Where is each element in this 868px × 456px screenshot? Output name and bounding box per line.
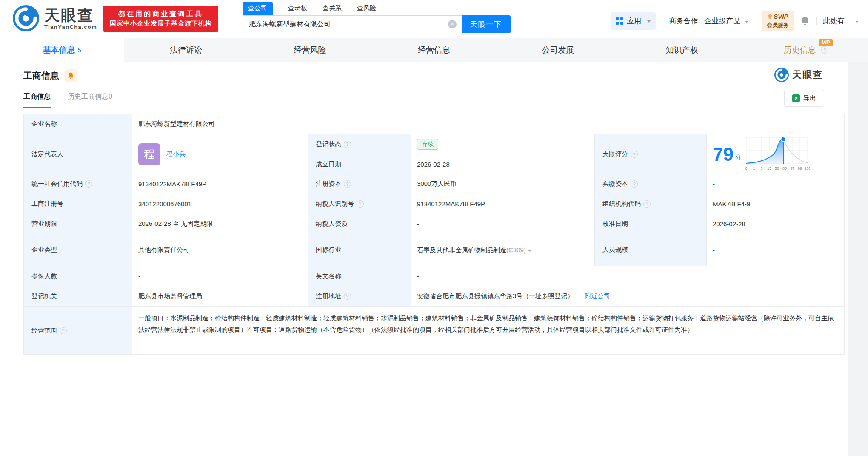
svip-member-badge[interactable]: ♛SVIP 会员服务 xyxy=(762,11,794,31)
field-label: 营业期限 xyxy=(24,214,132,234)
field-label-cell: 组织机构代码 ? xyxy=(595,194,707,214)
watermark-text: 天眼查 xyxy=(792,68,823,81)
score-marker-pin-head xyxy=(781,137,785,142)
brand-domain: TianYanCha.com xyxy=(44,24,97,30)
vip-badge: VIP xyxy=(819,39,833,46)
nearby-companies-link[interactable]: 附近公司 xyxy=(585,292,610,300)
legal-rep-link[interactable]: 程小兵 xyxy=(166,150,186,158)
menu-enterprise-products[interactable]: 企业级产品 xyxy=(704,16,748,26)
export-label: 导出 xyxy=(803,94,816,103)
help-icon[interactable]: ? xyxy=(631,180,638,188)
nav-tab-label: 法律诉讼 xyxy=(170,45,202,56)
field-label-cell: 纳税人识别号 ? xyxy=(308,194,411,214)
help-icon[interactable]: ? xyxy=(344,141,351,148)
avatar[interactable]: 程 xyxy=(138,143,160,165)
svg-text:99: 99 xyxy=(798,166,802,171)
help-icon[interactable]: ? xyxy=(643,200,651,208)
search-tab-risk[interactable]: 查风险 xyxy=(357,4,376,15)
search-tab-company[interactable]: 查公司 xyxy=(243,2,273,15)
export-button[interactable]: X 导出 xyxy=(784,90,824,107)
menu-business-cooperation[interactable]: 商务合作 xyxy=(669,16,698,26)
field-label: 登记状态 xyxy=(316,140,341,148)
svg-text:1: 1 xyxy=(753,166,755,171)
subtabs: 工商信息 历史工商信息0 xyxy=(23,92,112,108)
score-cell[interactable]: 79 分 xyxy=(707,134,845,174)
nav-tab-label: 公司发展 xyxy=(542,45,574,56)
help-icon[interactable]: ? xyxy=(344,293,351,300)
nav-tab-history-info[interactable]: VIP 历史信息 ? xyxy=(744,38,868,62)
help-icon[interactable]: ? xyxy=(85,180,92,188)
svg-text:100: 100 xyxy=(804,166,810,171)
field-label: 法定代表人 xyxy=(24,134,132,174)
nav-tab-label: 知识产权 xyxy=(666,45,698,56)
field-label: 参保人数 xyxy=(24,266,132,286)
industry-cell[interactable]: 石墨及其他非金属矿物制品制造(C309) xyxy=(411,234,595,266)
clear-search-icon[interactable]: × xyxy=(448,20,457,28)
excel-icon: X xyxy=(792,94,800,102)
search-tab-relation[interactable]: 查关系 xyxy=(323,4,342,15)
nav-tab-company-development[interactable]: 公司发展 xyxy=(496,38,620,62)
table-row: 经营范围 ? 一般项目：水泥制品制造；砼结构构件制造；轻质建筑材料制造；轻质建筑… xyxy=(24,307,844,355)
tianyancha-logo[interactable]: 天眼查 TianYanCha.com xyxy=(13,5,97,31)
user-menu-label: 此处有... xyxy=(823,17,851,25)
subtab-history-business-info[interactable]: 历史工商信息0 xyxy=(68,92,112,108)
search-tab-boss[interactable]: 查老板 xyxy=(288,4,307,15)
help-icon[interactable]: ? xyxy=(821,46,828,54)
apps-menu[interactable]: 应用 xyxy=(611,12,656,30)
field-label: 英文名称 xyxy=(308,266,411,286)
field-label: 经营范围 xyxy=(31,327,57,335)
field-label: 纳税人资质 xyxy=(308,214,411,234)
nav-tab-intellectual-property[interactable]: 知识产权 xyxy=(620,38,744,62)
nav-tab-operation-info[interactable]: 经营信息 xyxy=(372,38,496,62)
table-row: 参保人数 - 英文名称 - xyxy=(24,266,844,286)
table-row: 统一社会信用代码 ? 91340122MAK78LF49P 注册资本 ? 300… xyxy=(24,174,844,194)
field-label-cell: 登记状态 ? xyxy=(308,134,411,154)
score-value: 79 xyxy=(713,145,734,164)
notifications-bell-icon[interactable] xyxy=(800,16,810,26)
subtab-business-info[interactable]: 工商信息 xyxy=(23,92,51,108)
reg-capital-value: 3000万人民币 xyxy=(411,174,595,194)
taxpayer-qualification-value: - xyxy=(411,214,595,234)
field-label: 登记机关 xyxy=(24,286,132,306)
user-menu[interactable]: 此处有... xyxy=(823,16,859,26)
field-label: 纳税人识别号 xyxy=(316,200,354,208)
company-name-value: 肥东海螺新型建材有限公司 xyxy=(132,114,845,134)
search-input[interactable] xyxy=(243,15,462,33)
svg-text:3: 3 xyxy=(760,166,762,171)
subscribe-bell-chip[interactable] xyxy=(64,69,77,82)
table-row: 法定代表人 程 程小兵 登记状态 ? 存续 成立日期 2026-02-2 xyxy=(24,134,844,174)
search-tabs: 查公司 查老板 查关系 查风险 xyxy=(243,3,511,15)
nav-tab-basic-info[interactable]: 基本信息 5 xyxy=(0,38,124,62)
apps-grid-icon xyxy=(616,17,623,25)
reg-authority-value: 肥东县市场监督管理局 xyxy=(132,286,308,306)
status-badge: 存续 xyxy=(417,139,438,150)
help-icon[interactable]: ? xyxy=(631,151,638,158)
help-icon[interactable]: ? xyxy=(344,180,351,188)
slogan-line1: 都在用的商业查询工具 xyxy=(110,9,212,19)
est-date-value: 2026-02-28 xyxy=(411,154,595,174)
business-term-value: 2026-02-28 至 无固定期限 xyxy=(132,214,308,234)
nav-tab-operation-risk[interactable]: 经营风险 xyxy=(248,38,372,62)
business-scope-value: 一般项目：水泥制品制造；砼结构构件制造；轻质建筑材料制造；轻质建筑材料销售；水泥… xyxy=(132,307,845,354)
paid-capital-value: - xyxy=(707,174,845,194)
help-icon[interactable]: ? xyxy=(60,327,67,334)
svg-text:97: 97 xyxy=(790,166,794,171)
search-area: 查公司 查老板 查关系 查风险 × 天眼一下 xyxy=(243,3,511,33)
reg-status-cell: 存续 xyxy=(411,134,595,154)
table-row: 登记机关 肥东县市场监督管理局 注册地址 ? 安徽省合肥市肥东县撮镇镇东华路3号… xyxy=(24,286,844,307)
svg-text:15: 15 xyxy=(767,166,771,171)
divider xyxy=(816,17,817,25)
nav-tab-legal-litigation[interactable]: 法律诉讼 xyxy=(124,38,248,62)
table-row: 企业类型 其他有限责任公司 国标行业 石墨及其他非金属矿物制品制造(C309) … xyxy=(24,234,844,266)
nav-tab-label: 历史信息 xyxy=(784,45,816,56)
field-label: 企业类型 xyxy=(24,234,132,266)
page-right-gutter xyxy=(848,38,868,456)
field-label: 实缴资本 xyxy=(602,180,628,188)
search-button[interactable]: 天眼一下 xyxy=(462,15,511,33)
apps-menu-label: 应用 xyxy=(627,16,641,26)
chevron-down-icon[interactable] xyxy=(528,250,531,254)
tianyancha-swirl-icon xyxy=(774,68,789,82)
help-icon[interactable]: ? xyxy=(357,200,364,208)
slogan-banner: 都在用的商业查询工具 国家中小企业发展子基金旗下机构 xyxy=(103,6,218,32)
field-label-cell: 实缴资本 ? xyxy=(595,174,707,194)
